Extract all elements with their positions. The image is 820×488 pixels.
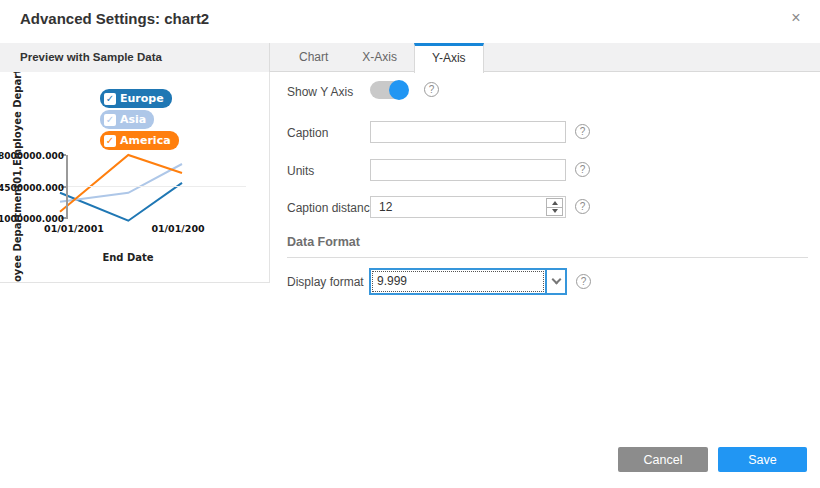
cancel-button[interactable]: Cancel [618, 447, 708, 472]
chart-legend: ✓Europe✓Asia✓America [100, 89, 179, 150]
y-axis-line [66, 155, 68, 219]
help-icon[interactable]: ? [575, 124, 590, 139]
data-format-section-header: Data Format [287, 235, 360, 249]
chevron-down-icon [551, 275, 561, 285]
help-icon[interactable]: ? [575, 162, 590, 177]
tab-bar: Chart X-Axis Y-Axis [270, 43, 820, 72]
y-tick-label: 1000000.000 [0, 214, 64, 224]
legend-label: Europe [120, 92, 164, 105]
legend-label: America [120, 134, 171, 147]
tab-x-axis[interactable]: X-Axis [345, 43, 414, 71]
dialog-title: Advanced Settings: chart2 [20, 10, 209, 27]
display-format-label: Display format [287, 275, 364, 289]
tab-y-axis[interactable]: Y-Axis [414, 43, 484, 73]
dropdown-button[interactable] [545, 270, 565, 293]
y-axis-title: oyee Department01,Employee Depart [12, 82, 26, 282]
close-icon[interactable]: × [787, 9, 805, 27]
y-tick-label: 8000000.000 [0, 151, 64, 161]
section-divider [287, 257, 808, 258]
legend-item-asia[interactable]: ✓Asia [100, 110, 154, 129]
caption-label: Caption [287, 126, 328, 140]
legend-checkbox-icon: ✓ [104, 114, 116, 126]
legend-label: Asia [120, 113, 146, 126]
help-icon[interactable]: ? [576, 274, 591, 289]
caption-distance-label: Caption distance [287, 201, 376, 215]
series-line-europe [60, 183, 182, 221]
y-tick-label: 4500000.000 [0, 183, 64, 193]
display-format-value: 9.999 [372, 271, 544, 292]
show-y-axis-label: Show Y Axis [287, 85, 353, 99]
preview-panel-header: Preview with Sample Data [0, 43, 270, 72]
x-axis-title: End Date [83, 252, 173, 263]
stepper-down-button[interactable] [546, 207, 563, 217]
stepper-buttons [546, 198, 563, 216]
toggle-knob [389, 80, 409, 100]
caption-input[interactable] [370, 121, 566, 143]
arrow-down-icon [552, 209, 558, 213]
help-icon[interactable]: ? [575, 199, 590, 214]
advanced-settings-dialog: Advanced Settings: chart2 × Preview with… [0, 0, 820, 488]
preview-chart: oyee Department01,Employee Depart 01/01/… [0, 72, 270, 283]
tab-chart[interactable]: Chart [282, 43, 345, 71]
show-y-axis-toggle[interactable] [370, 81, 408, 99]
save-button[interactable]: Save [718, 447, 807, 472]
legend-checkbox-icon: ✓ [104, 93, 116, 105]
arrow-up-icon [552, 201, 558, 205]
display-format-select[interactable]: 9.999 [369, 268, 567, 295]
chart-gridline [68, 186, 246, 187]
units-input[interactable] [370, 159, 566, 181]
legend-item-america[interactable]: ✓America [100, 131, 179, 150]
series-line-america [60, 155, 182, 212]
x-tick-label: 01/01/200 [133, 223, 223, 234]
legend-item-europe[interactable]: ✓Europe [100, 89, 172, 108]
x-tick-label: 01/01/2001 [29, 223, 119, 234]
legend-checkbox-icon: ✓ [104, 135, 116, 147]
units-label: Units [287, 164, 314, 178]
caption-distance-stepper[interactable]: 12 [370, 196, 566, 218]
caption-distance-value[interactable]: 12 [371, 197, 546, 217]
help-icon[interactable]: ? [424, 82, 439, 97]
